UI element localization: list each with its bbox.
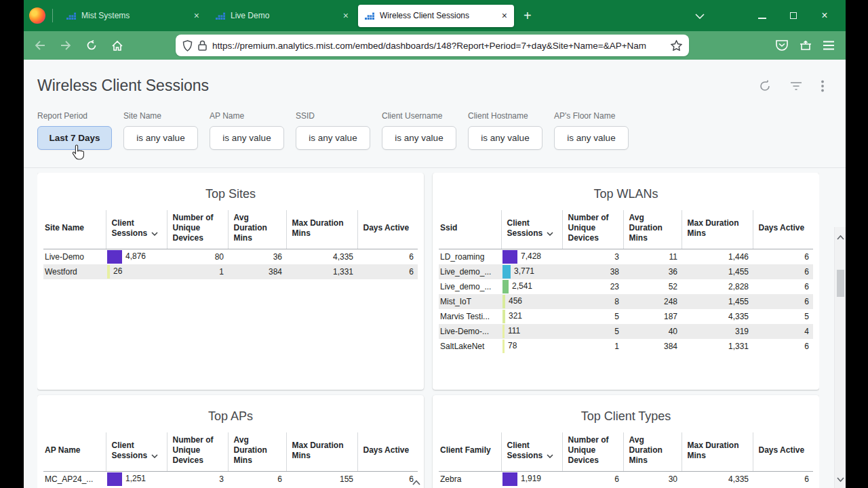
top-wlans-table: SsidClient SessionsNumber of Unique Devi… bbox=[439, 210, 813, 354]
avg-duration-cell: 36 bbox=[228, 249, 286, 264]
extensions-icon[interactable] bbox=[800, 39, 812, 52]
refresh-dashboard-icon[interactable] bbox=[759, 80, 771, 92]
menu-icon[interactable] bbox=[823, 41, 835, 50]
tab-wireless-client-sessions[interactable]: Wireless Client Sessions × bbox=[358, 5, 514, 27]
close-tab-icon[interactable]: × bbox=[194, 11, 199, 20]
ap-floor-name-chip[interactable]: is any value bbox=[554, 126, 629, 150]
lock-icon bbox=[198, 40, 207, 51]
table-row: Mist_IoT45682481,4556 bbox=[439, 294, 813, 309]
sort-chevron-icon[interactable] bbox=[151, 228, 158, 238]
avg-duration-cell: 384 bbox=[623, 339, 682, 354]
session-bar bbox=[502, 340, 505, 353]
days-active-cell: 6 bbox=[753, 264, 813, 279]
pocket-icon[interactable] bbox=[775, 39, 789, 52]
column-header[interactable]: Avg Duration Mins bbox=[228, 432, 286, 472]
table-row: Live_demo_...2,54123522,8286 bbox=[439, 279, 813, 294]
scrollbar-thumb[interactable] bbox=[837, 270, 844, 297]
row-name: SaltLakeNet bbox=[439, 339, 501, 354]
restore-button[interactable] bbox=[778, 9, 809, 22]
firefox-logo-icon[interactable] bbox=[29, 7, 45, 24]
url-bar[interactable]: https://premium.analytics.mist.com/embed… bbox=[176, 35, 689, 56]
close-tab-icon[interactable]: × bbox=[502, 11, 507, 20]
row-name: Zebra bbox=[439, 472, 501, 487]
kebab-menu-icon[interactable] bbox=[821, 80, 824, 92]
max-duration-cell: 1,331 bbox=[682, 339, 753, 354]
dashboard-content: Wireless Client Sessions Report Period L… bbox=[24, 60, 846, 488]
scrollbar-up-button[interactable] bbox=[837, 230, 844, 243]
scrollbar-down-button[interactable] bbox=[837, 472, 844, 485]
column-header[interactable]: Days Active bbox=[753, 210, 813, 249]
column-header[interactable]: Avg Duration Mins bbox=[228, 210, 286, 249]
column-header[interactable]: Avg Duration Mins bbox=[623, 432, 682, 472]
filter-label: SSID bbox=[296, 111, 370, 121]
sort-chevron-icon[interactable] bbox=[547, 451, 553, 460]
url-text[interactable]: https://premium.analytics.mist.com/embed… bbox=[212, 41, 665, 51]
shield-icon[interactable] bbox=[182, 40, 193, 52]
column-header[interactable]: Number of Unique Devices bbox=[562, 210, 623, 249]
max-duration-cell: 1,446 bbox=[682, 249, 753, 264]
column-header[interactable]: Days Active bbox=[357, 432, 418, 472]
avg-duration-cell: 30 bbox=[623, 472, 682, 487]
bookmark-star-icon[interactable] bbox=[671, 40, 682, 51]
avg-duration-cell: 6 bbox=[228, 472, 286, 487]
filter-icon[interactable] bbox=[790, 81, 802, 91]
card-scroll-up-icon[interactable] bbox=[412, 476, 420, 488]
back-button[interactable] bbox=[32, 37, 48, 54]
close-tab-icon[interactable]: × bbox=[343, 11, 349, 20]
column-header[interactable]: Days Active bbox=[753, 432, 813, 472]
tab-live-demo[interactable]: Live Demo × bbox=[209, 5, 355, 27]
bar-chart-favicon-icon bbox=[365, 11, 374, 20]
unique-devices-cell: 23 bbox=[562, 279, 623, 294]
row-name: Live-Demo-... bbox=[439, 324, 501, 339]
max-duration-cell: 319 bbox=[682, 324, 753, 339]
ap-name-chip[interactable]: is any value bbox=[210, 126, 284, 150]
session-bar bbox=[502, 325, 505, 338]
navigation-toolbar: https://premium.analytics.mist.com/embed… bbox=[24, 31, 846, 60]
column-header[interactable]: Max Duration Mins bbox=[682, 432, 753, 472]
column-header[interactable]: Client Family bbox=[439, 432, 501, 472]
page-scrollbar[interactable] bbox=[834, 227, 846, 488]
sort-chevron-icon[interactable] bbox=[547, 228, 553, 238]
session-bar bbox=[107, 472, 122, 486]
column-header[interactable]: AP Name bbox=[43, 432, 106, 472]
days-active-cell: 6 bbox=[753, 339, 813, 354]
column-header[interactable]: Number of Unique Devices bbox=[167, 432, 228, 472]
column-header[interactable]: Client Sessions bbox=[501, 210, 562, 249]
filter-ssid: SSID is any value bbox=[296, 111, 370, 150]
column-header[interactable]: Max Duration Mins bbox=[682, 210, 753, 249]
home-button[interactable] bbox=[109, 37, 125, 54]
column-header[interactable]: Site Name bbox=[43, 210, 106, 249]
site-name-chip[interactable]: is any value bbox=[123, 126, 198, 150]
column-header[interactable]: Days Active bbox=[357, 210, 418, 249]
reload-button[interactable] bbox=[83, 37, 100, 54]
minimize-button[interactable] bbox=[747, 9, 778, 22]
forward-button[interactable] bbox=[58, 37, 74, 54]
column-header[interactable]: Max Duration Mins bbox=[286, 210, 357, 249]
column-header[interactable]: Number of Unique Devices bbox=[167, 210, 228, 249]
row-name: Mist_IoT bbox=[439, 294, 501, 309]
column-header[interactable]: Max Duration Mins bbox=[286, 432, 357, 472]
sessions-cell: 26 bbox=[106, 264, 167, 279]
filter-client-hostname: Client Hostname is any value bbox=[468, 111, 542, 150]
max-duration-cell: 155 bbox=[286, 472, 357, 487]
client-hostname-chip[interactable]: is any value bbox=[468, 126, 542, 150]
max-duration-cell: 1,455 bbox=[682, 294, 753, 309]
ssid-chip[interactable]: is any value bbox=[296, 126, 370, 150]
tab-mist-systems[interactable]: Mist Systems × bbox=[60, 5, 206, 27]
sort-chevron-icon[interactable] bbox=[151, 451, 158, 460]
column-header[interactable]: Client Sessions bbox=[106, 432, 167, 472]
close-window-button[interactable]: × bbox=[809, 9, 840, 22]
column-header[interactable]: Client Sessions bbox=[501, 432, 562, 472]
column-header[interactable]: Number of Unique Devices bbox=[562, 432, 623, 472]
card-top-wlans: Top WLANs SsidClient SessionsNumber of U… bbox=[433, 173, 819, 390]
session-bar bbox=[107, 265, 110, 279]
column-header[interactable]: Ssid bbox=[439, 210, 501, 249]
tab-title: Wireless Client Sessions bbox=[380, 11, 496, 20]
column-header[interactable]: Avg Duration Mins bbox=[623, 210, 682, 249]
column-header[interactable]: Client Sessions bbox=[106, 210, 167, 249]
new-tab-button[interactable]: + bbox=[524, 8, 532, 24]
tab-list-chevron-icon[interactable] bbox=[695, 9, 705, 22]
sessions-cell: 4,876 bbox=[106, 249, 167, 264]
client-username-chip[interactable]: is any value bbox=[382, 126, 456, 150]
tab-title: Mist Systems bbox=[81, 11, 189, 20]
